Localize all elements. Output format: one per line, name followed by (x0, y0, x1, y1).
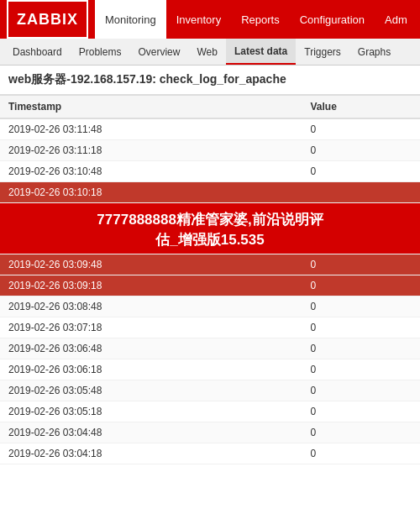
top-nav-links: Monitoring Inventory Reports Configurati… (95, 0, 417, 39)
value-cell: 0 (302, 140, 421, 161)
nav-inventory[interactable]: Inventory (166, 0, 231, 39)
nav-configuration[interactable]: Configuration (290, 0, 375, 39)
value-cell: 0 (302, 380, 421, 401)
overlay-line1: 7777888888精准管家婆,前沿说明评 (97, 212, 323, 228)
value-cell: 0 (302, 275, 421, 296)
value-cell: 0 (302, 422, 421, 443)
nav-admin[interactable]: Adm (375, 0, 417, 39)
sub-navigation: Dashboard Problems Overview Web Latest d… (0, 39, 420, 66)
data-table: Timestamp Value 2019-02-26 03:11:48 0 20… (0, 95, 420, 464)
table-row: 2019-02-26 03:07:18 0 (0, 317, 420, 338)
subnav-overview[interactable]: Overview (129, 39, 188, 65)
table-row: 2019-02-26 03:10:48 0 (0, 161, 420, 182)
table-row: 2019-02-26 03:08:48 0 (0, 296, 420, 317)
table-row: 2019-02-26 03:11:48 0 (0, 118, 420, 140)
value-cell: 0 (302, 317, 421, 338)
overlay-banner-row: 7777888888精准管家婆,前沿说明评 估_增强版15.535 (0, 203, 420, 254)
table-row: 2019-02-26 03:06:18 0 (0, 359, 420, 380)
table-row: 2019-02-26 03:10:18 (0, 182, 420, 203)
timestamp-cell: 2019-02-26 03:10:18 (0, 182, 302, 203)
timestamp-cell: 2019-02-26 03:08:48 (0, 296, 302, 317)
top-navigation: ZABBIX Monitoring Inventory Reports Conf… (0, 0, 420, 39)
logo[interactable]: ZABBIX (7, 0, 88, 39)
timestamp-cell: 2019-02-26 03:06:18 (0, 359, 302, 380)
timestamp-cell: 2019-02-26 03:09:18 (0, 275, 302, 296)
table-row: 2019-02-26 03:05:18 0 (0, 401, 420, 422)
page-title: web服务器-192.168.157.19: check_log_for_apa… (0, 66, 420, 95)
table-row: 2019-02-26 03:04:48 0 (0, 422, 420, 443)
value-cell: 0 (302, 443, 421, 464)
timestamp-cell: 2019-02-26 03:05:48 (0, 380, 302, 401)
timestamp-cell: 2019-02-26 03:04:18 (0, 443, 302, 464)
col-timestamp: Timestamp (0, 96, 302, 119)
timestamp-cell: 2019-02-26 03:07:18 (0, 317, 302, 338)
table-row: 2019-02-26 03:09:48 0 (0, 254, 420, 275)
timestamp-cell: 2019-02-26 03:04:48 (0, 422, 302, 443)
subnav-triggers[interactable]: Triggers (296, 39, 349, 65)
timestamp-cell: 2019-02-26 03:10:48 (0, 161, 302, 182)
subnav-web[interactable]: Web (188, 39, 225, 65)
nav-reports[interactable]: Reports (231, 0, 290, 39)
timestamp-cell: 2019-02-26 03:09:48 (0, 254, 302, 275)
table-row: 2019-02-26 03:05:48 0 (0, 380, 420, 401)
overlay-banner: 7777888888精准管家婆,前沿说明评 估_增强版15.535 (0, 203, 420, 254)
value-cell (302, 182, 421, 203)
timestamp-cell: 2019-02-26 03:11:48 (0, 118, 302, 140)
value-cell: 0 (302, 161, 421, 182)
value-cell: 0 (302, 118, 421, 140)
table-row: 2019-02-26 03:11:18 0 (0, 140, 420, 161)
timestamp-cell: 2019-02-26 03:11:18 (0, 140, 302, 161)
table-row: 2019-02-26 03:04:18 0 (0, 443, 420, 464)
value-cell: 0 (302, 401, 421, 422)
subnav-dashboard[interactable]: Dashboard (4, 39, 71, 65)
overlay-line2: 估_增强版15.535 (155, 232, 264, 248)
table-row: 2019-02-26 03:09:18 0 (0, 275, 420, 296)
nav-monitoring[interactable]: Monitoring (95, 0, 166, 39)
timestamp-cell: 2019-02-26 03:06:48 (0, 338, 302, 359)
timestamp-cell: 2019-02-26 03:05:18 (0, 401, 302, 422)
subnav-problems[interactable]: Problems (71, 39, 130, 65)
value-cell: 0 (302, 359, 421, 380)
value-cell: 0 (302, 254, 421, 275)
value-cell: 0 (302, 338, 421, 359)
table-row: 2019-02-26 03:06:48 0 (0, 338, 420, 359)
col-value: Value (302, 96, 421, 119)
value-cell: 0 (302, 296, 421, 317)
subnav-latest-data[interactable]: Latest data (226, 39, 296, 65)
subnav-graphs[interactable]: Graphs (349, 39, 399, 65)
